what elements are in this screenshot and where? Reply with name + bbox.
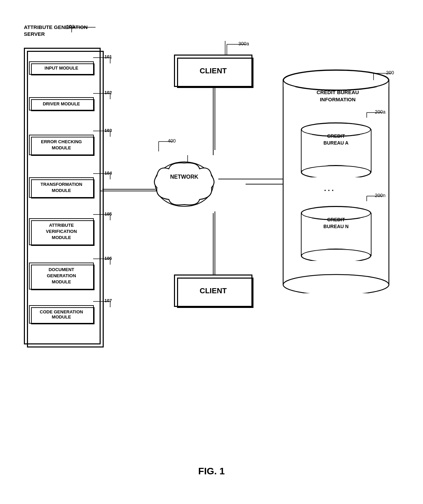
ref-200a: 200a xyxy=(365,111,384,120)
ref-200n: 200n xyxy=(365,194,384,204)
ref-400: 400 xyxy=(157,140,174,153)
ref-100-line xyxy=(70,22,97,33)
ref-200: 200 xyxy=(372,72,392,83)
credit-bureau-a-label: CREDITBUREAU A xyxy=(323,133,348,146)
credit-bureau-n-container: CREDITBUREAU N 200n xyxy=(298,201,374,262)
ref-101: 101 xyxy=(91,56,112,65)
credit-bureau-info-label: CREDIT BUREAUINFORMATION xyxy=(317,89,359,103)
ref-106: 106 xyxy=(91,257,112,267)
ellipsis: ... xyxy=(324,184,335,193)
client-300b-box: CLIENT xyxy=(174,275,252,307)
figure-label: FIG. 1 xyxy=(198,466,225,477)
network-label: NETWORK xyxy=(170,174,199,180)
input-module-box: INPUT MODULE 101 xyxy=(29,61,94,75)
network-cloud: NETWORK 400 xyxy=(150,150,218,213)
driver-module-box: DRIVER MODULE 102 xyxy=(29,97,94,110)
client-300a-box: CLIENT xyxy=(174,55,252,87)
client-300a-label: CLIENT xyxy=(200,66,227,75)
attribute-verification-module-box: ATTRIBUTEVERIFICATIONMODULE 105 xyxy=(29,218,94,245)
ref-104: 104 xyxy=(91,172,112,182)
document-generation-module-box: DOCUMENTGENERATIONMODULE 106 xyxy=(29,263,94,290)
diagram-container: 100 ATTRIBUTE GENERATIONSERVER INPUT MOD… xyxy=(14,20,409,379)
ref-107: 107 xyxy=(91,300,112,309)
ref-102: 102 xyxy=(91,92,112,101)
credit-bureau-n-label: CREDITBUREAU N xyxy=(323,217,349,230)
transformation-module-box: TRANSFORMATIONMODULE 104 xyxy=(29,177,94,198)
code-generation-module-box: CODE GENERATIONMODULE 107 xyxy=(29,305,94,324)
ref-105: 105 xyxy=(91,213,112,223)
error-checking-module-box: ERROR CHECKINGMODULE 103 xyxy=(29,135,94,155)
credit-bureau-a-container: CREDITBUREAU A 200a xyxy=(298,118,374,179)
ref-103: 103 xyxy=(91,129,112,139)
svg-point-41 xyxy=(283,275,389,293)
client-300b-label: CLIENT xyxy=(200,286,227,295)
credit-bureau-info-container: CREDIT BUREAUINFORMATION 200 CREDITBUR xyxy=(280,61,396,295)
